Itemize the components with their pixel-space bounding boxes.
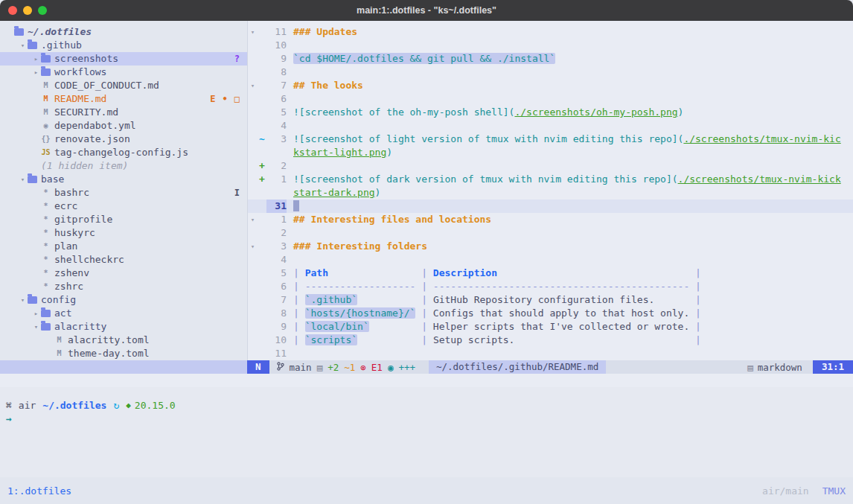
sign-column — [258, 186, 266, 200]
line-text: `cd $HOME/.dotfiles && git pull && ./ins… — [287, 52, 853, 66]
editor-line[interactable]: 2 — [248, 226, 853, 240]
editor-line[interactable]: 6 — [248, 92, 853, 106]
editor-line[interactable]: kstart-light.png) — [248, 146, 853, 159]
editor-line[interactable]: +2 — [248, 159, 853, 173]
editor-line[interactable]: 4 — [248, 253, 853, 267]
folder-icon — [41, 323, 51, 331]
apple-icon: ⌘ — [6, 399, 12, 412]
minimize-button[interactable] — [23, 6, 32, 15]
chevron-down-icon[interactable]: ▾ — [18, 293, 28, 307]
fold-icon[interactable]: ▾ — [248, 240, 258, 253]
tree-item-zshrc[interactable]: *zshrc — [0, 280, 247, 293]
tree-item-tag-changelog-config-js[interactable]: JStag-changelog-config.js — [0, 146, 247, 159]
tree-item-label: CODE_OF_CONDUCT.md — [54, 79, 159, 92]
titlebar: main:1:.dotfiles - "ks~/.dotfiles" — [0, 0, 853, 21]
line-number: 31 — [266, 200, 287, 213]
tree-item-alacritty[interactable]: ▾alacritty — [0, 320, 247, 334]
git-branch-name: main — [290, 362, 312, 373]
statusline: N main ▤ +2 ~1 ⊗ E1 ◉ +++ ~/.dotfiles/.g… — [247, 360, 853, 374]
editor-line[interactable]: ▾ 7## The looks — [248, 79, 853, 92]
tree-item-base[interactable]: ▾base — [0, 173, 247, 186]
line-text: | Path | Description | — [287, 267, 853, 280]
fold-icon[interactable]: ▾ — [248, 25, 258, 39]
chevron-down-icon[interactable]: ▾ — [18, 39, 28, 52]
editor-line[interactable]: 8 — [248, 66, 853, 79]
chevron-down-icon[interactable]: ▾ — [31, 320, 41, 334]
tree-item-hidden-items[interactable]: (1 hidden item) — [0, 159, 247, 173]
tree-item-workflows[interactable]: ▸workflows — [0, 66, 247, 79]
tree-item-gitprofile[interactable]: *gitprofile — [0, 213, 247, 226]
tree-item-theme-day-toml[interactable]: Mtheme-day.toml — [0, 347, 247, 360]
tree-item-shellcheckrc[interactable]: *shellcheckrc — [0, 253, 247, 267]
tree-item-config[interactable]: ▾config — [0, 293, 247, 307]
editor-line[interactable]: ~3![screenshot of light version of tmux … — [248, 133, 853, 146]
tree-item-screenshots[interactable]: ▸screenshots? — [0, 52, 247, 66]
tree-item-bashrc[interactable]: *bashrcI — [0, 186, 247, 200]
editor-line[interactable]: start-dark.png) — [248, 186, 853, 200]
zoom-button[interactable] — [38, 6, 47, 15]
tree-item-plan[interactable]: *plan — [0, 240, 247, 253]
tree-item-github[interactable]: ▾.github — [0, 39, 247, 52]
editor-line[interactable]: 4 — [248, 119, 853, 133]
tree-item-label: config — [41, 293, 76, 307]
editor-line[interactable]: 9`cd $HOME/.dotfiles && git pull && ./in… — [248, 52, 853, 66]
editor-line[interactable]: ▾ 1## Interesting files and locations — [248, 213, 853, 226]
editor-line[interactable]: 7| `.github` | GitHub Repository configu… — [248, 293, 853, 307]
editor-line[interactable]: ▾ 3### Interesting folders — [248, 240, 853, 253]
editor-line[interactable]: 10 — [248, 39, 853, 52]
editor-line[interactable]: 31 — [248, 200, 853, 213]
sign-column — [258, 334, 266, 347]
tmux-window-item[interactable]: 1:.dotfiles — [7, 485, 71, 497]
tree-item-act[interactable]: ▸act — [0, 307, 247, 320]
git-untracked-badge: ? — [234, 52, 240, 66]
indent-spacer — [31, 280, 41, 293]
fold-column — [248, 173, 258, 186]
fold-icon[interactable]: ▾ — [248, 213, 258, 226]
sign-column — [258, 320, 266, 334]
tree-item-security-md[interactable]: MSECURITY.md — [0, 106, 247, 119]
tree-item-label: act — [54, 307, 71, 320]
tree-item-label: zshenv — [54, 267, 89, 280]
tree-item-renovate-json[interactable]: {}renovate.json — [0, 133, 247, 146]
shell-input-line[interactable]: → — [6, 412, 853, 426]
editor-line[interactable]: 10| `scripts` | Setup scripts. | — [248, 334, 853, 347]
filename-chip: ~/.dotfiles/.github/README.md — [429, 360, 606, 374]
tree-item-alacritty-toml[interactable]: Malacritty.toml — [0, 334, 247, 347]
neotree-panel[interactable]: ~/.dotfiles▾.github▸screenshots?▸workflo… — [0, 21, 247, 360]
editor-line[interactable]: ▾ 11### Updates — [248, 25, 853, 39]
editor-line[interactable]: +1![screenshot of dark version of tmux w… — [248, 173, 853, 186]
chevron-right-icon[interactable]: ▸ — [31, 52, 41, 66]
filetype-section: ▤ markdown — [747, 362, 802, 373]
editor-panel[interactable]: ▾ 11### Updates 10 9`cd $HOME/.dotfiles … — [247, 21, 853, 360]
file-icon: JS — [41, 146, 51, 159]
terminal-pane[interactable]: ⌘ air ~/.dotfiles ↻ ◆ 20.15.0 → — [0, 387, 853, 477]
fold-column — [248, 159, 258, 173]
editor-line[interactable]: 9| `local/bin` | Helper scripts that I'v… — [248, 320, 853, 334]
folder-icon — [41, 55, 51, 63]
editor-line[interactable]: 11 — [248, 347, 853, 360]
diagnostic-error-badge: E — [210, 92, 215, 106]
fold-column — [248, 226, 258, 240]
tree-item-zshenv[interactable]: *zshenv — [0, 267, 247, 280]
indent-spacer — [31, 119, 41, 133]
node-version: 20.15.0 — [135, 399, 176, 412]
chevron-right-icon[interactable]: ▸ — [31, 66, 41, 79]
fold-icon[interactable]: ▾ — [248, 79, 258, 92]
editor-line[interactable]: 5![screenshot of the oh-my-posh shell](.… — [248, 106, 853, 119]
line-number: 2 — [266, 226, 287, 240]
editor-line[interactable]: 5| Path | Description | — [248, 267, 853, 280]
tree-item-huskyrc[interactable]: *huskyrc — [0, 226, 247, 240]
editor-line[interactable]: 6| ------------------- | ---------------… — [248, 280, 853, 293]
line-number — [266, 146, 287, 159]
tree-item-ecrc[interactable]: *ecrc — [0, 200, 247, 213]
tree-item-code-of-conduct-md[interactable]: MCODE_OF_CONDUCT.md — [0, 79, 247, 92]
tree-item-root[interactable]: ~/.dotfiles — [0, 25, 247, 39]
line-text: ### Updates — [287, 25, 853, 39]
chevron-right-icon[interactable]: ▸ — [31, 307, 41, 320]
tree-item-readme-md[interactable]: MREADME.mdE•□ — [0, 92, 247, 106]
chevron-down-icon[interactable]: ▾ — [18, 173, 28, 186]
tree-item-dependabot-yml[interactable]: ◉dependabot.yml — [0, 119, 247, 133]
cursor-position: 31:1 — [813, 360, 853, 374]
editor-line[interactable]: 8| `hosts/{hostname}/` | Configs that sh… — [248, 307, 853, 320]
close-button[interactable] — [8, 6, 17, 15]
